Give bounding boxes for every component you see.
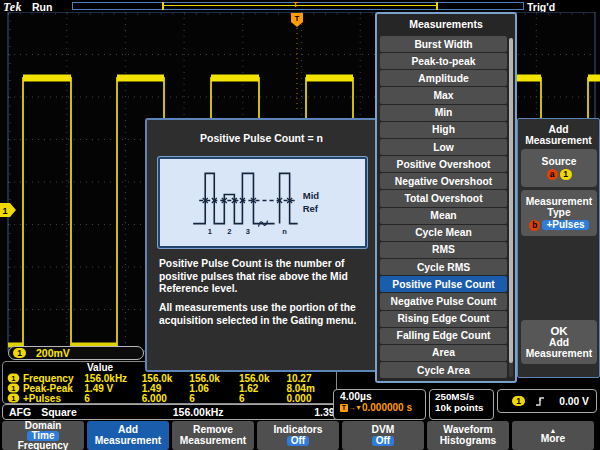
channel1-badge: 1	[8, 384, 20, 393]
channel1-badge: 1	[8, 394, 20, 403]
measurement-help-dialog: Positive Pulse Count = n 1 2 3 n	[145, 118, 378, 372]
multipurpose-b-badge: b	[529, 220, 540, 231]
oscilloscope-screen: Tek Run T Trig'd	[0, 0, 600, 450]
measurement-type-button[interactable]: Measurement Type b +Pulses	[521, 190, 597, 236]
trigger-readout[interactable]: 1 0.00 V	[497, 389, 597, 413]
dvm-state: Off	[372, 436, 394, 446]
domain-value-time: Time	[27, 431, 58, 441]
zoom-window-brackets[interactable]	[162, 2, 438, 10]
svg-text:1: 1	[208, 227, 212, 236]
record-trigger-marker-icon[interactable]: T	[293, 1, 298, 9]
measurements-menu-title: Measurements	[377, 14, 515, 33]
menu-scrollbar[interactable]	[509, 38, 513, 377]
trigger-arrow-icon: →▼	[349, 404, 361, 411]
menu-item-negative-overshoot[interactable]: Negative Overshoot	[380, 173, 507, 189]
menu-item-cycle-rms[interactable]: Cycle RMS	[380, 259, 507, 275]
channel1-marker-label: 1	[2, 206, 7, 216]
horizontal-position: 0.000000 s	[362, 402, 412, 413]
domain-button[interactable]: Domain Time Frequency	[2, 421, 84, 450]
menu-item-cycle-mean[interactable]: Cycle Mean	[380, 225, 507, 241]
table-header-value: Value	[87, 362, 113, 373]
multipurpose-a-badge: a	[547, 169, 558, 180]
horizontal-readout[interactable]: 4.00µs T →▼ 0.000000 s	[333, 389, 426, 420]
channel1-scale-readout[interactable]: 1 200mV	[8, 346, 144, 360]
horizontal-scale: 4.00µs	[340, 391, 425, 402]
menu-item-mean[interactable]: Mean	[380, 208, 507, 224]
svg-text:3: 3	[246, 227, 250, 236]
side-panel-title: Add Measurement	[518, 124, 599, 146]
rising-edge-slope-icon	[535, 396, 545, 407]
menu-item-amplitude[interactable]: Amplitude	[380, 70, 507, 86]
measurement-label: +Pulses	[23, 393, 84, 404]
pulse-numbers: 1 2 3 n	[208, 227, 288, 236]
table-row: 1 +Pulses 6 6.000 6 6 0.000	[3, 393, 336, 403]
measurement-mean: 6.000	[142, 393, 190, 404]
mid-ref-label: Mid Ref	[303, 190, 320, 213]
remove-measurement-button[interactable]: Remove Measurement	[172, 421, 254, 450]
measurement-type-value: +Pulses	[542, 220, 588, 230]
top-status-bar: Tek Run T Trig'd	[0, 0, 600, 12]
channel1-badge: 1	[13, 348, 26, 358]
table-row: 1 Frequency 156.0kHz 156.0k 156.0k 156.0…	[3, 373, 336, 383]
svg-text:Mid: Mid	[303, 190, 320, 201]
acquisition-readout[interactable]: 250MS/s 10k points	[429, 389, 494, 420]
sample-rate: 250MS/s	[435, 391, 493, 402]
afg-label: AFG	[9, 406, 31, 418]
pulse-diagram-svg: 1 2 3 n Mid Ref	[160, 159, 365, 246]
menu-item-peak-to-peak[interactable]: Peak-to-peak	[380, 53, 507, 69]
measurement-value: 6	[84, 393, 141, 404]
menu-item-high[interactable]: High	[380, 122, 507, 138]
menu-item-total-overshoot[interactable]: Total Overshoot	[380, 190, 507, 206]
channel1-position-marker[interactable]: 1	[0, 203, 16, 217]
svg-text:2: 2	[227, 227, 231, 236]
add-measurement-side-panel: Add Measurement Source a 1 Measurement T…	[517, 118, 600, 378]
afg-frequency: 156.00kHz	[173, 406, 224, 418]
measurement-min: 6	[189, 393, 239, 404]
measurements-menu: Measurements Burst Width Peak-to-peak Am…	[375, 12, 517, 383]
menu-item-falling-edge-count[interactable]: Falling Edge Count	[380, 328, 507, 344]
bottom-menu: Domain Time Frequency Add Measurement Re…	[0, 421, 600, 450]
afg-waveform-type: Square	[41, 406, 77, 418]
add-measurement-button[interactable]: Add Measurement	[87, 421, 169, 450]
diagram-break-symbol	[258, 221, 267, 227]
measurement-stdev: 0.000	[286, 393, 336, 404]
trigger-flag-label: T	[295, 14, 300, 23]
measurement-max: 6	[239, 393, 287, 404]
menu-item-positive-pulse-count[interactable]: Positive Pulse Count	[380, 276, 507, 292]
trigger-source-badge: 1	[512, 396, 525, 406]
dialog-body-text: Positive Pulse Count is the number of po…	[159, 258, 377, 296]
svg-text:n: n	[282, 227, 287, 236]
menu-item-negative-pulse-count[interactable]: Negative Pulse Count	[380, 293, 507, 309]
menu-item-max[interactable]: Max	[380, 87, 507, 103]
pulse-count-diagram: 1 2 3 n Mid Ref	[158, 157, 367, 248]
domain-value-frequency: Frequency	[18, 441, 69, 450]
dialog-title: Positive Pulse Count = n	[147, 132, 376, 144]
more-button[interactable]: ▲ More	[512, 421, 594, 450]
dialog-body-text: All measurements use the portion of the …	[159, 302, 377, 327]
trigger-level: 0.00 V	[559, 396, 589, 407]
afg-readout-bar[interactable]: AFG Square 156.00kHz 1.3940 Vpp	[2, 404, 378, 420]
indicators-button[interactable]: Indicators Off	[257, 421, 339, 450]
dvm-button[interactable]: DVM Off	[342, 421, 424, 450]
measurements-menu-items: Burst Width Peak-to-peak Amplitude Max M…	[380, 36, 507, 378]
menu-item-low[interactable]: Low	[380, 139, 507, 155]
menu-item-min[interactable]: Min	[380, 105, 507, 121]
menu-item-area[interactable]: Area	[380, 345, 507, 361]
menu-item-burst-width[interactable]: Burst Width	[380, 36, 507, 52]
svg-text:Ref: Ref	[303, 203, 319, 214]
source-button[interactable]: Source a 1	[521, 149, 597, 187]
indicators-state: Off	[287, 436, 309, 446]
waveform-histograms-button[interactable]: Waveform Histograms	[427, 421, 509, 450]
record-length: 10k points	[435, 402, 493, 413]
ok-add-measurement-button[interactable]: OK Add Measurement	[521, 320, 597, 364]
source-channel-badge: 1	[560, 169, 572, 180]
table-row: 1 Peak-Peak 1.49 V 1.49 1.06 1.62 8.04m	[3, 383, 336, 393]
menu-item-positive-overshoot[interactable]: Positive Overshoot	[380, 156, 507, 172]
record-view-bar[interactable]: T	[72, 2, 524, 10]
channel1-scale: 200mV	[36, 347, 70, 359]
menu-item-cycle-area[interactable]: Cycle Area	[380, 362, 507, 378]
menu-scrollbar-thumb[interactable]	[509, 38, 513, 363]
channel1-badge: 1	[8, 374, 20, 383]
menu-item-rms[interactable]: RMS	[380, 242, 507, 258]
menu-item-rising-edge-count[interactable]: Rising Edge Count	[380, 311, 507, 327]
